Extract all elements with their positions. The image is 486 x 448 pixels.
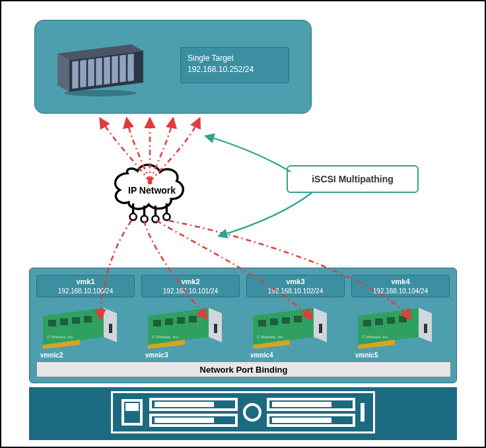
target-label: Single Target 192.168.10.252/24 [180, 47, 289, 83]
target-panel: Single Target 192.168.10.252/24 [34, 20, 312, 114]
svg-rect-50 [399, 316, 407, 322]
vmk-row: vmk1 192.168.10.100/24 © VMware, Inc. vm… [36, 275, 450, 357]
ip-network-label: IP Network [128, 185, 176, 196]
vmk-name: vmk3 [247, 277, 344, 286]
vmk-name: vmk4 [352, 277, 449, 286]
nic-card-icon: © VMware, Inc. [355, 307, 445, 350]
vmnic-label: vmnic2 [40, 352, 63, 359]
vmk-name: vmk1 [37, 277, 134, 286]
svg-point-15 [152, 215, 158, 222]
nic-card-icon: © VMware, Inc. [250, 307, 340, 350]
svg-marker-6 [88, 59, 94, 87]
vmk-ip: 192.168.10.104/24 [352, 287, 449, 295]
svg-rect-49 [387, 317, 395, 324]
multipathing-callout: iSCSI Multipathing [287, 165, 419, 193]
svg-marker-8 [104, 57, 110, 85]
svg-rect-47 [363, 320, 371, 326]
svg-point-16 [163, 213, 170, 220]
nic-card-icon: © VMware, Inc. [145, 307, 235, 350]
vmk-name: vmk2 [142, 277, 239, 286]
svg-rect-28 [214, 324, 217, 333]
vmk-header: vmk2 192.168.10.101/24 [141, 275, 240, 297]
svg-rect-59 [155, 418, 214, 423]
svg-marker-3 [57, 54, 69, 92]
vmk-header: vmk4 192.168.10.104/24 [351, 275, 450, 297]
diagram-canvas: Single Target 192.168.10.252/24 [0, 0, 486, 448]
vmk-header: vmk1 192.168.10.100/24 [36, 275, 135, 297]
svg-rect-41 [294, 316, 302, 322]
svg-rect-23 [84, 316, 92, 322]
vmk-ip: 192.168.10.100/24 [37, 287, 134, 295]
svg-rect-65 [361, 403, 364, 422]
vmnic-label: vmnic4 [250, 352, 273, 359]
svg-rect-48 [375, 318, 383, 325]
svg-point-60 [244, 404, 260, 420]
target-title: Single Target [188, 53, 282, 64]
vmnic-label: vmnic3 [145, 352, 168, 359]
svg-marker-7 [96, 57, 102, 86]
callout-text: iSCSI Multipathing [312, 174, 394, 184]
port-binding-label: Network Port Binding [36, 361, 451, 377]
svg-marker-4 [72, 61, 79, 89]
svg-rect-63 [272, 402, 331, 407]
svg-rect-39 [270, 318, 278, 325]
physical-server-panel [29, 387, 457, 440]
svg-rect-40 [282, 317, 290, 324]
svg-rect-22 [72, 317, 80, 324]
svg-text:© VMware, Inc.: © VMware, Inc. [362, 335, 389, 339]
svg-rect-20 [48, 320, 56, 326]
server-icon [111, 391, 375, 436]
svg-rect-64 [272, 418, 331, 423]
svg-rect-37 [319, 324, 322, 333]
svg-rect-46 [424, 324, 427, 333]
svg-rect-58 [155, 402, 214, 407]
svg-text:© VMware, Inc.: © VMware, Inc. [152, 335, 179, 339]
svg-rect-31 [177, 317, 185, 324]
vmk-slot-4: vmk4 192.168.10.104/24 © VMware, Inc. vm… [351, 275, 450, 357]
host-panel: vmk1 192.168.10.100/24 © VMware, Inc. vm… [29, 268, 457, 383]
vmnic-label: vmnic5 [355, 352, 378, 359]
svg-marker-10 [120, 54, 126, 83]
svg-point-12 [148, 180, 153, 184]
svg-rect-29 [153, 320, 161, 326]
svg-point-14 [141, 215, 147, 222]
svg-text:© VMware, Inc.: © VMware, Inc. [257, 335, 284, 339]
svg-marker-5 [80, 59, 87, 88]
vmk-slot-3: vmk3 192.168.10.102/24 © VMware, Inc. vm… [246, 275, 345, 357]
svg-rect-55 [125, 403, 139, 411]
svg-rect-32 [189, 316, 197, 322]
svg-rect-21 [60, 318, 68, 325]
svg-text:© VMware, Inc.: © VMware, Inc. [47, 335, 74, 339]
vmk-slot-2: vmk2 192.168.10.101/24 © VMware, Inc. vm… [141, 275, 240, 357]
vmk-ip: 192.168.10.101/24 [142, 287, 239, 295]
target-ip: 192.168.10.252/24 [188, 64, 282, 75]
vmk-header: vmk3 192.168.10.102/24 [246, 275, 345, 297]
vmk-ip: 192.168.10.102/24 [247, 287, 344, 295]
svg-point-13 [130, 213, 137, 220]
svg-rect-30 [165, 318, 173, 325]
svg-marker-9 [112, 56, 118, 84]
vmk-slot-1: vmk1 192.168.10.100/24 © VMware, Inc. vm… [36, 275, 135, 357]
nic-card-icon: © VMware, Inc. [40, 307, 130, 350]
svg-marker-11 [127, 54, 134, 82]
storage-array-icon [51, 40, 150, 96]
svg-rect-38 [258, 320, 266, 326]
svg-rect-19 [109, 324, 112, 333]
